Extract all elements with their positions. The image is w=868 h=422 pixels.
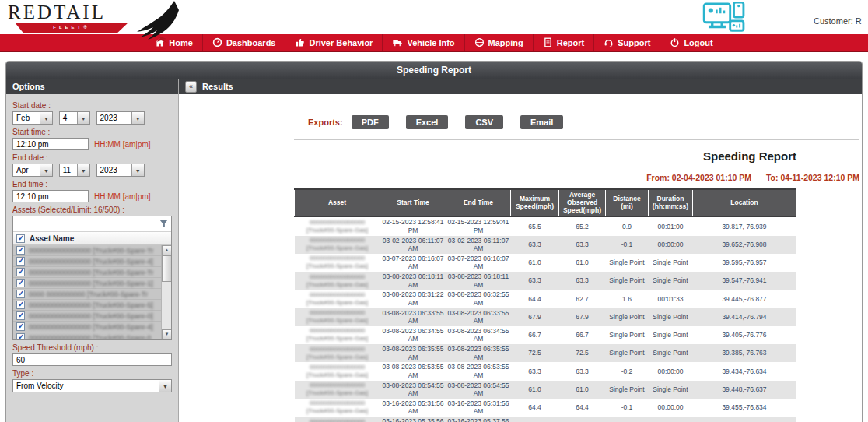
nav-item-vehicle-info[interactable]: Vehicle Info <box>383 34 464 51</box>
power-icon <box>670 37 680 47</box>
top-header: REDTAIL FLEET® Customer: R <box>0 0 868 34</box>
select-all-assets-checkbox[interactable] <box>16 234 25 243</box>
distance-cell: 1.6 <box>606 290 649 308</box>
asset-checkbox[interactable] <box>16 333 25 339</box>
asset-checkbox[interactable] <box>16 290 25 298</box>
asset-name: 0000000000000000 [Truck#00-Spare-4] <box>29 258 153 266</box>
start-time-cell: 03-08-2023 06:18:11 AM <box>380 272 446 290</box>
exports-label: Exports: <box>308 118 343 127</box>
asset-cell: 0000000000000000 [Truck#00-Spare-Gas] <box>295 290 380 308</box>
nav-item-dashboards[interactable]: Dashboards <box>203 34 286 51</box>
nav-item-support[interactable]: Support <box>594 34 660 51</box>
table-row: 0000000000000000 [Truck#00-Spare-Gas] 03… <box>295 417 796 422</box>
asset-row[interactable]: 0000000000000000 [Truck#00-Spare-Tr <box>13 267 161 278</box>
asset-row[interactable]: 0000000000000000 [Truck#00-Spare-1] <box>13 278 161 289</box>
start-time-cell: 03-07-2023 06:16:07 AM <box>380 254 446 272</box>
column-header: Maximum Speed(mph) <box>511 189 559 217</box>
collapse-results-button[interactable] <box>185 81 197 93</box>
end-time-input[interactable] <box>12 190 89 202</box>
asset-checkbox[interactable] <box>16 301 25 309</box>
type-select[interactable]: From Velocity <box>12 379 172 392</box>
asset-checkbox[interactable] <box>16 246 25 255</box>
max-speed-cell: 64.4 <box>511 290 559 308</box>
column-header: Start Time <box>380 189 446 217</box>
scrollbar-thumb[interactable] <box>162 255 171 282</box>
scroll-down-icon[interactable] <box>162 329 171 339</box>
speeding-report-table: AssetStart TimeEnd TimeMaximum Speed(mph… <box>294 188 796 422</box>
location-cell: 39.414,-76.794 <box>693 308 796 326</box>
location-cell: 39.445,-76.877 <box>693 290 796 308</box>
table-row: 0000000000000000 [Truck#00-Spare-Gas] 02… <box>295 216 796 235</box>
asset-row[interactable]: 0000000000000000 [Truck#00-Spare-Tr <box>13 245 161 256</box>
max-speed-cell: 64.4 <box>511 399 559 417</box>
nav-item-driver-behavior[interactable]: Driver Behavior <box>285 34 383 51</box>
export-pdf-button[interactable]: PDF <box>352 115 389 129</box>
column-header: Average Observed Speed(mph) <box>559 189 606 217</box>
devices-dashboard-icon <box>702 2 747 39</box>
asset-name: 0000000000000000 [Truck#00-Spare-4] <box>29 323 153 331</box>
start-date-year-select[interactable]: 2023 <box>96 111 145 125</box>
end-date-year-select[interactable]: 2023 <box>96 164 145 177</box>
export-csv-button[interactable]: CSV <box>465 115 503 129</box>
distance-cell: -0.1 <box>606 236 649 254</box>
duration-cell: Single Point <box>649 308 693 326</box>
avg-speed-cell: 64.4 <box>559 399 606 417</box>
nav-item-mapping[interactable]: Mapping <box>465 34 534 51</box>
end-date-month-select[interactable]: Apr <box>12 164 53 177</box>
end-date-label: End date : <box>12 153 172 162</box>
options-header: Options <box>6 79 178 94</box>
max-speed-cell: 65.5 <box>511 216 559 235</box>
column-header: End Time <box>446 189 511 217</box>
location-cell: 39.448,-76.637 <box>693 381 796 399</box>
start-time-cell: 03-08-2023 06:34:55 AM <box>380 326 446 344</box>
asset-filter-button[interactable] <box>156 216 171 231</box>
asset-row[interactable]: 0000000000000000 [Truck#00-Spare-4] <box>13 256 161 267</box>
asset-checkbox[interactable] <box>16 311 25 320</box>
speed-threshold-input[interactable] <box>12 353 172 366</box>
start-time-cell: 03-08-2023 06:54:55 AM <box>380 381 446 399</box>
logo-fleet-banner: FLEET® <box>12 23 131 33</box>
duration-cell: 00:00:00 <box>649 399 693 417</box>
duration-cell: 00:01:00 <box>649 216 693 235</box>
asset-row[interactable]: 0000000000000000 [Truck#00-Spare-4] <box>13 322 161 332</box>
end-time-cell: 03-08-2023 06:35:55 AM <box>446 344 511 362</box>
asset-name: 0000000000000000 [Truck#00-Spare-1] <box>29 280 153 287</box>
scroll-up-icon[interactable] <box>162 245 171 255</box>
start-date-month-select[interactable]: Feb <box>12 111 53 125</box>
avg-speed-cell: 63.3 <box>559 362 606 380</box>
asset-cell: 0000000000000000 [Truck#00-Spare-Gas] <box>295 326 380 344</box>
start-time-cell: 03-16-2023 05:35:56 AM <box>380 417 446 422</box>
asset-picker: Asset Name 0000000000000000 [Truck#00-Sp… <box>12 216 172 340</box>
asset-row[interactable]: 0000000000000000 [Truck#00-Spare-5] <box>13 300 161 311</box>
start-time-input[interactable] <box>12 138 89 150</box>
end-time-format-hint: HH:MM [am|pm] <box>94 192 151 201</box>
asset-list-scrollbar[interactable] <box>161 245 171 339</box>
asset-checkbox[interactable] <box>16 268 25 276</box>
end-date-day-select[interactable]: 11 <box>59 164 90 177</box>
start-date-day-select[interactable]: 4 <box>59 111 90 125</box>
date-range: From: 02-04-2023 01:10 PM To: 04-11-2023… <box>179 173 859 182</box>
asset-row[interactable]: 0000000000000000 [Truck#00-Spare-0] <box>13 311 161 322</box>
asset-name: 0000 0000000000 [Truck#00-Spare-Tr <box>29 290 148 298</box>
asset-row[interactable]: 0000000000000000 [Truck#00-Spare-0 <box>13 332 161 339</box>
redtail-fleet-logo: REDTAIL FLEET® <box>8 2 202 46</box>
asset-cell: 0000000000000000 [Truck#00-Spare-Gas] <box>295 362 380 380</box>
asset-checkbox[interactable] <box>16 322 25 331</box>
asset-checkbox[interactable] <box>16 257 25 266</box>
table-row: 0000000000000000 [Truck#00-Spare-Gas] 03… <box>295 362 796 380</box>
asset-checkbox[interactable] <box>16 279 25 287</box>
location-cell: 39.434,-76.634 <box>693 362 796 380</box>
asset-cell: 0000000000000000 [Truck#00-Spare-Gas] <box>295 417 380 422</box>
asset-row[interactable]: 0000 0000000000 [Truck#00-Spare-Tr <box>13 289 161 300</box>
end-time-cell: 03-08-2023 06:18:11 AM <box>446 272 511 290</box>
export-excel-button[interactable]: Excel <box>406 115 449 129</box>
max-speed-cell: 61.0 <box>511 381 559 399</box>
asset-cell: 0000000000000000 [Truck#00-Spare-Gas] <box>295 381 380 399</box>
nav-item-report[interactable]: Report <box>534 34 594 51</box>
asset-filter-input[interactable] <box>13 216 156 231</box>
export-email-button[interactable]: Email <box>520 115 563 129</box>
funnel-icon <box>159 220 168 228</box>
end-time-cell: 03-08-2023 06:32:55 AM <box>446 290 511 308</box>
end-time-cell: 02-15-2023 12:59:41 PM <box>446 216 511 235</box>
duration-cell: Single Point <box>649 344 693 362</box>
